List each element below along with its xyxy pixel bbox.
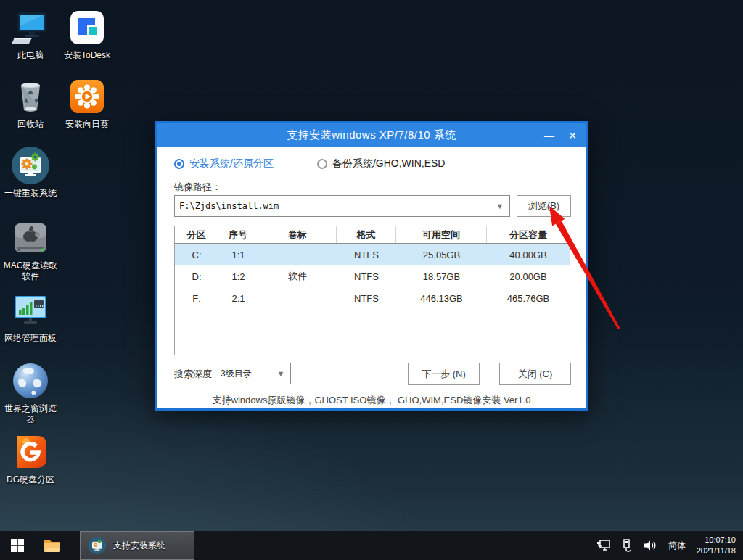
radio-label: 安装系统/还原分区 (189, 157, 274, 170)
radio-selected-icon (174, 159, 184, 169)
cell-partition: D: (175, 271, 218, 282)
search-depth-label: 搜索深度 (174, 368, 212, 381)
minimize-icon[interactable]: — (540, 123, 559, 147)
desktop-icon-label: 安装ToDesk (59, 50, 115, 61)
dialog-footer: 支持windows原版镜像，GHOST ISO镜像， GHO,WIM,ESD镜像… (157, 392, 586, 408)
reinstall-system-icon (10, 145, 51, 186)
desktop-icon-label: 一键重装系统 (3, 188, 58, 199)
column-header: 分区 (175, 226, 218, 243)
taskbar-app-installer[interactable]: 支持安装系统 (80, 531, 194, 560)
usb-device-icon[interactable] (622, 539, 632, 552)
file-explorer-button[interactable] (35, 531, 70, 560)
radio-backup-system[interactable]: 备份系统/GHO,WIN,ESD (317, 157, 446, 170)
taskbar-app-label: 支持安装系统 (113, 540, 165, 552)
cell-partition: F: (175, 293, 218, 304)
desktop-icon-label: DG硬盘分区 (3, 474, 58, 485)
cell-capacity: 20.00GB (487, 271, 570, 282)
column-header: 可用空间 (396, 226, 487, 243)
browse-button[interactable]: 浏览(B) (517, 195, 571, 217)
clock-date: 2021/11/18 (697, 545, 736, 556)
close-icon[interactable]: ✕ (563, 123, 582, 147)
folder-icon (44, 538, 61, 553)
table-row-c[interactable]: C: 1:1 NTFS 25.05GB 40.00GB (175, 244, 570, 265)
desktop-icon-recycle-bin[interactable]: 回收站 (3, 76, 58, 130)
desktop-icon-label: 网络管理面板 (3, 333, 58, 344)
desktop: 此电脑 安装ToDesk 回收站 (0, 0, 743, 560)
desktop-icon-todesk[interactable]: 安装ToDesk (59, 7, 115, 61)
cell-format: NTFS (337, 250, 396, 260)
desktop-icon-label: 世界之窗浏览器 (3, 403, 58, 425)
cell-index: 1:1 (218, 250, 258, 260)
sunflower-icon (67, 76, 107, 117)
taskbar: 支持安装系统 (0, 531, 743, 560)
radio-unselected-icon (317, 159, 327, 169)
dialog-titlebar: 支持安装windows XP/7/8/10 系统 — ✕ (157, 123, 586, 147)
cell-partition: C: (175, 250, 218, 260)
column-header: 卷标 (258, 226, 337, 243)
dialog-body: 安装系统/还原分区 备份系统/GHO,WIN,ESD 镜像路径： ▼ 浏览(B)… (157, 147, 586, 408)
cell-free: 25.05GB (396, 250, 487, 260)
dialog-title: 支持安装windows XP/7/8/10 系统 (287, 128, 456, 142)
radio-label: 备份系统/GHO,WIN,ESD (332, 157, 446, 170)
windows-logo-icon (11, 539, 24, 552)
close-button[interactable]: 关闭 (C) (499, 363, 571, 385)
recycle-bin-icon (10, 76, 51, 117)
column-header: 序号 (218, 226, 258, 243)
search-depth-value: 3级目录 (215, 368, 271, 380)
cell-capacity: 40.00GB (487, 250, 570, 260)
mode-radio-group: 安装系统/还原分区 备份系统/GHO,WIN,ESD (174, 157, 445, 170)
chevron-down-icon[interactable]: ▼ (490, 202, 509, 210)
cell-volume: 软件 (258, 270, 337, 283)
installer-app-icon (88, 536, 107, 555)
cell-capacity: 465.76GB (487, 293, 570, 304)
column-header: 格式 (337, 226, 396, 243)
desktop-icon-sunflower[interactable]: 安装向日葵 (59, 76, 115, 130)
image-path-combobox[interactable]: ▼ (174, 195, 510, 217)
world-browser-icon (10, 361, 51, 401)
desktop-icon-label: 安装向日葵 (59, 119, 115, 130)
table-row-f[interactable]: F: 2:1 NTFS 446.13GB 465.76GB (175, 287, 570, 309)
input-language-indicator[interactable]: 简体 (668, 540, 686, 552)
desktop-icon-mac-disk[interactable]: MAC硬盘读取软件 (3, 218, 58, 282)
partition-table: 分区 序号 卷标 格式 可用空间 分区容量 C: 1:1 NTFS 25.05G… (174, 226, 570, 355)
cell-free: 18.57GB (396, 271, 487, 282)
search-depth-dropdown[interactable]: 3级目录 ▼ (215, 363, 291, 384)
column-header: 分区容量 (487, 226, 570, 243)
installer-dialog: 支持安装windows XP/7/8/10 系统 — ✕ 安装系统/还原分区 备… (155, 121, 588, 411)
partition-table-header: 分区 序号 卷标 格式 可用空间 分区容量 (175, 226, 570, 244)
desktop-icon-label: 此电脑 (3, 50, 58, 61)
cell-index: 2:1 (218, 293, 258, 304)
start-button[interactable] (0, 531, 35, 560)
mac-disk-icon (10, 218, 51, 258)
system-tray: 简体 10:07:10 2021/11/18 (596, 531, 743, 560)
chevron-down-icon: ▼ (271, 369, 290, 378)
desktop-icon-label: MAC硬盘读取软件 (3, 260, 58, 282)
cell-index: 1:2 (218, 271, 258, 282)
cell-format: NTFS (337, 271, 396, 282)
cell-free: 446.13GB (396, 293, 487, 304)
todesk-icon (67, 7, 107, 48)
clock-time: 10:07:10 (697, 535, 736, 545)
image-path-input[interactable] (175, 196, 490, 216)
desktop-icon-reinstall[interactable]: 一键重装系统 (3, 145, 58, 199)
radio-install-restore[interactable]: 安装系统/还原分区 (174, 157, 274, 170)
diskgenius-icon (10, 432, 51, 472)
desktop-icon-browser[interactable]: 世界之窗浏览器 (3, 361, 58, 425)
taskbar-clock[interactable]: 10:07:10 2021/11/18 (697, 535, 736, 556)
cell-format: NTFS (337, 293, 396, 304)
network-icon[interactable] (596, 539, 611, 552)
desktop-icon-label: 回收站 (3, 119, 58, 130)
table-row-d[interactable]: D: 1:2 软件 NTFS 18.57GB 20.00GB (175, 265, 570, 287)
this-pc-icon (10, 7, 51, 48)
next-button[interactable]: 下一步 (N) (408, 363, 480, 385)
image-path-label: 镜像路径： (174, 181, 221, 194)
desktop-icon-this-pc[interactable]: 此电脑 (3, 7, 58, 61)
volume-icon[interactable] (643, 539, 657, 552)
network-panel-icon (10, 290, 51, 331)
desktop-icon-network-panel[interactable]: 网络管理面板 (3, 290, 58, 344)
desktop-icon-diskgenius[interactable]: DG硬盘分区 (3, 432, 58, 485)
